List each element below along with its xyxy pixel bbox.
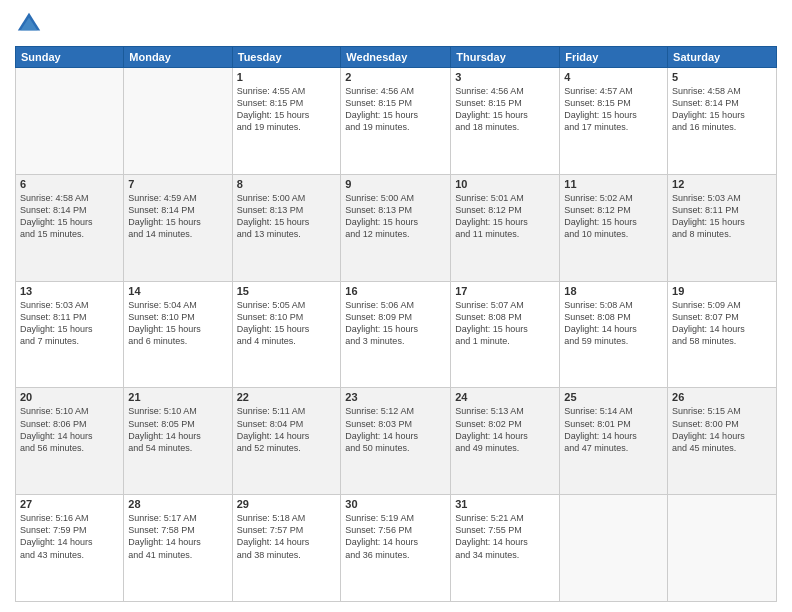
calendar-cell: 14Sunrise: 5:04 AM Sunset: 8:10 PM Dayli… <box>124 281 232 388</box>
logo-icon <box>15 10 43 38</box>
weekday-header-monday: Monday <box>124 47 232 68</box>
calendar-cell: 13Sunrise: 5:03 AM Sunset: 8:11 PM Dayli… <box>16 281 124 388</box>
calendar-cell: 9Sunrise: 5:00 AM Sunset: 8:13 PM Daylig… <box>341 174 451 281</box>
weekday-header-sunday: Sunday <box>16 47 124 68</box>
calendar-cell: 21Sunrise: 5:10 AM Sunset: 8:05 PM Dayli… <box>124 388 232 495</box>
calendar-cell: 20Sunrise: 5:10 AM Sunset: 8:06 PM Dayli… <box>16 388 124 495</box>
day-number: 22 <box>237 391 337 403</box>
day-number: 27 <box>20 498 119 510</box>
calendar-cell: 31Sunrise: 5:21 AM Sunset: 7:55 PM Dayli… <box>451 495 560 602</box>
calendar-week-row: 27Sunrise: 5:16 AM Sunset: 7:59 PM Dayli… <box>16 495 777 602</box>
day-number: 19 <box>672 285 772 297</box>
page: SundayMondayTuesdayWednesdayThursdayFrid… <box>0 0 792 612</box>
day-info: Sunrise: 4:55 AM Sunset: 8:15 PM Dayligh… <box>237 85 337 134</box>
day-number: 6 <box>20 178 119 190</box>
weekday-header-friday: Friday <box>560 47 668 68</box>
calendar-cell: 6Sunrise: 4:58 AM Sunset: 8:14 PM Daylig… <box>16 174 124 281</box>
calendar-cell: 30Sunrise: 5:19 AM Sunset: 7:56 PM Dayli… <box>341 495 451 602</box>
calendar-week-row: 13Sunrise: 5:03 AM Sunset: 8:11 PM Dayli… <box>16 281 777 388</box>
calendar-cell: 1Sunrise: 4:55 AM Sunset: 8:15 PM Daylig… <box>232 68 341 175</box>
day-info: Sunrise: 5:13 AM Sunset: 8:02 PM Dayligh… <box>455 405 555 454</box>
day-info: Sunrise: 4:57 AM Sunset: 8:15 PM Dayligh… <box>564 85 663 134</box>
header <box>15 10 777 38</box>
day-info: Sunrise: 5:21 AM Sunset: 7:55 PM Dayligh… <box>455 512 555 561</box>
day-info: Sunrise: 4:56 AM Sunset: 8:15 PM Dayligh… <box>455 85 555 134</box>
day-number: 13 <box>20 285 119 297</box>
day-info: Sunrise: 5:10 AM Sunset: 8:06 PM Dayligh… <box>20 405 119 454</box>
calendar-cell: 15Sunrise: 5:05 AM Sunset: 8:10 PM Dayli… <box>232 281 341 388</box>
calendar-cell: 2Sunrise: 4:56 AM Sunset: 8:15 PM Daylig… <box>341 68 451 175</box>
day-number: 21 <box>128 391 227 403</box>
day-number: 26 <box>672 391 772 403</box>
day-number: 7 <box>128 178 227 190</box>
day-number: 29 <box>237 498 337 510</box>
day-number: 18 <box>564 285 663 297</box>
day-info: Sunrise: 5:11 AM Sunset: 8:04 PM Dayligh… <box>237 405 337 454</box>
calendar-cell <box>124 68 232 175</box>
day-info: Sunrise: 5:07 AM Sunset: 8:08 PM Dayligh… <box>455 299 555 348</box>
day-info: Sunrise: 5:02 AM Sunset: 8:12 PM Dayligh… <box>564 192 663 241</box>
day-number: 15 <box>237 285 337 297</box>
day-info: Sunrise: 4:58 AM Sunset: 8:14 PM Dayligh… <box>20 192 119 241</box>
day-number: 30 <box>345 498 446 510</box>
calendar-cell: 25Sunrise: 5:14 AM Sunset: 8:01 PM Dayli… <box>560 388 668 495</box>
weekday-header-row: SundayMondayTuesdayWednesdayThursdayFrid… <box>16 47 777 68</box>
day-info: Sunrise: 5:08 AM Sunset: 8:08 PM Dayligh… <box>564 299 663 348</box>
calendar-cell: 10Sunrise: 5:01 AM Sunset: 8:12 PM Dayli… <box>451 174 560 281</box>
weekday-header-tuesday: Tuesday <box>232 47 341 68</box>
calendar-cell <box>668 495 777 602</box>
day-info: Sunrise: 5:17 AM Sunset: 7:58 PM Dayligh… <box>128 512 227 561</box>
calendar-cell: 12Sunrise: 5:03 AM Sunset: 8:11 PM Dayli… <box>668 174 777 281</box>
calendar-week-row: 6Sunrise: 4:58 AM Sunset: 8:14 PM Daylig… <box>16 174 777 281</box>
day-number: 2 <box>345 71 446 83</box>
day-number: 3 <box>455 71 555 83</box>
logo <box>15 10 45 38</box>
calendar-cell: 26Sunrise: 5:15 AM Sunset: 8:00 PM Dayli… <box>668 388 777 495</box>
day-info: Sunrise: 4:56 AM Sunset: 8:15 PM Dayligh… <box>345 85 446 134</box>
day-number: 5 <box>672 71 772 83</box>
calendar-cell: 23Sunrise: 5:12 AM Sunset: 8:03 PM Dayli… <box>341 388 451 495</box>
day-info: Sunrise: 5:05 AM Sunset: 8:10 PM Dayligh… <box>237 299 337 348</box>
day-number: 4 <box>564 71 663 83</box>
calendar-cell: 3Sunrise: 4:56 AM Sunset: 8:15 PM Daylig… <box>451 68 560 175</box>
day-number: 31 <box>455 498 555 510</box>
calendar-cell: 18Sunrise: 5:08 AM Sunset: 8:08 PM Dayli… <box>560 281 668 388</box>
day-info: Sunrise: 5:03 AM Sunset: 8:11 PM Dayligh… <box>20 299 119 348</box>
day-info: Sunrise: 5:06 AM Sunset: 8:09 PM Dayligh… <box>345 299 446 348</box>
calendar-cell: 5Sunrise: 4:58 AM Sunset: 8:14 PM Daylig… <box>668 68 777 175</box>
day-info: Sunrise: 5:04 AM Sunset: 8:10 PM Dayligh… <box>128 299 227 348</box>
calendar-cell: 29Sunrise: 5:18 AM Sunset: 7:57 PM Dayli… <box>232 495 341 602</box>
day-number: 1 <box>237 71 337 83</box>
calendar-cell: 16Sunrise: 5:06 AM Sunset: 8:09 PM Dayli… <box>341 281 451 388</box>
weekday-header-saturday: Saturday <box>668 47 777 68</box>
day-number: 11 <box>564 178 663 190</box>
day-number: 10 <box>455 178 555 190</box>
calendar-cell: 4Sunrise: 4:57 AM Sunset: 8:15 PM Daylig… <box>560 68 668 175</box>
calendar-cell <box>16 68 124 175</box>
day-number: 14 <box>128 285 227 297</box>
weekday-header-thursday: Thursday <box>451 47 560 68</box>
calendar-week-row: 1Sunrise: 4:55 AM Sunset: 8:15 PM Daylig… <box>16 68 777 175</box>
weekday-header-wednesday: Wednesday <box>341 47 451 68</box>
day-number: 12 <box>672 178 772 190</box>
day-number: 24 <box>455 391 555 403</box>
calendar-cell: 24Sunrise: 5:13 AM Sunset: 8:02 PM Dayli… <box>451 388 560 495</box>
day-number: 17 <box>455 285 555 297</box>
calendar-cell: 7Sunrise: 4:59 AM Sunset: 8:14 PM Daylig… <box>124 174 232 281</box>
day-info: Sunrise: 5:15 AM Sunset: 8:00 PM Dayligh… <box>672 405 772 454</box>
calendar-cell: 17Sunrise: 5:07 AM Sunset: 8:08 PM Dayli… <box>451 281 560 388</box>
day-info: Sunrise: 5:14 AM Sunset: 8:01 PM Dayligh… <box>564 405 663 454</box>
day-number: 25 <box>564 391 663 403</box>
day-info: Sunrise: 5:16 AM Sunset: 7:59 PM Dayligh… <box>20 512 119 561</box>
calendar-cell: 8Sunrise: 5:00 AM Sunset: 8:13 PM Daylig… <box>232 174 341 281</box>
calendar: SundayMondayTuesdayWednesdayThursdayFrid… <box>15 46 777 602</box>
calendar-cell: 28Sunrise: 5:17 AM Sunset: 7:58 PM Dayli… <box>124 495 232 602</box>
calendar-cell: 22Sunrise: 5:11 AM Sunset: 8:04 PM Dayli… <box>232 388 341 495</box>
calendar-cell: 11Sunrise: 5:02 AM Sunset: 8:12 PM Dayli… <box>560 174 668 281</box>
day-info: Sunrise: 5:01 AM Sunset: 8:12 PM Dayligh… <box>455 192 555 241</box>
day-number: 9 <box>345 178 446 190</box>
day-info: Sunrise: 5:19 AM Sunset: 7:56 PM Dayligh… <box>345 512 446 561</box>
day-info: Sunrise: 5:00 AM Sunset: 8:13 PM Dayligh… <box>237 192 337 241</box>
day-info: Sunrise: 5:03 AM Sunset: 8:11 PM Dayligh… <box>672 192 772 241</box>
day-info: Sunrise: 5:18 AM Sunset: 7:57 PM Dayligh… <box>237 512 337 561</box>
